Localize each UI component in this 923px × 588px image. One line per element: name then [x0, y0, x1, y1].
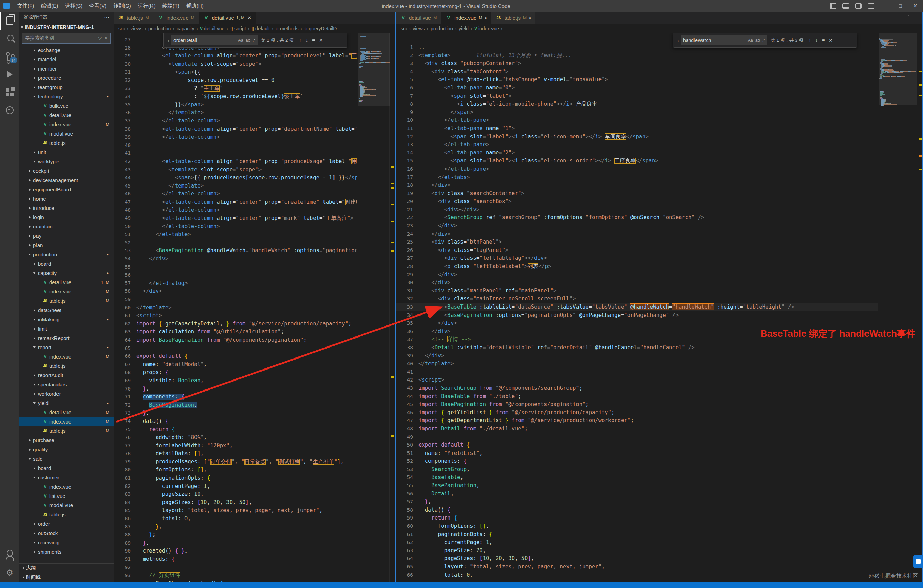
outline-section[interactable]: 大纲 — [19, 563, 113, 573]
tree-item-board[interactable]: board — [19, 259, 113, 268]
tab-detail.vue[interactable]: Vdetail.vueM — [396, 12, 441, 24]
tree-item-index.vue[interactable]: Vindex.vueM — [19, 287, 113, 296]
tree-item-index.vue[interactable]: Vindex.vue — [19, 482, 113, 491]
close-icon[interactable]: ✕ — [319, 38, 323, 43]
menu-item[interactable]: 文件(F) — [14, 0, 38, 12]
run-debug-icon[interactable] — [0, 66, 19, 83]
toggle-secondary-sidebar-icon[interactable] — [855, 3, 862, 8]
tree-item-procedure[interactable]: procedure — [19, 73, 113, 82]
regex-icon[interactable]: .* — [253, 38, 255, 43]
close-icon[interactable]: ✕ — [248, 15, 251, 20]
breadcrumb-item[interactable]: src — [401, 26, 407, 31]
match-case-icon[interactable]: Aa — [748, 38, 753, 43]
tree-item-board[interactable]: board — [19, 463, 113, 473]
filter-icon[interactable]: ▽ — [99, 36, 102, 41]
minimap[interactable] — [879, 33, 918, 582]
whole-word-icon[interactable]: ab — [246, 38, 250, 43]
menu-item[interactable]: 运行(R) — [135, 0, 159, 12]
tree-item-table.js[interactable]: JStable.jsM — [19, 426, 113, 435]
workspace-section-header[interactable]: INDUSTRY-INTERNET-MNG-1 — [19, 23, 113, 32]
tree-item-index.vue[interactable]: Vindex.vueM — [19, 352, 113, 361]
tree-item-sale[interactable]: sale — [19, 454, 113, 463]
prev-match-icon[interactable]: ↑ — [809, 38, 811, 43]
find-input[interactable]: handleWatch Aa ab .* — [681, 35, 767, 45]
source-control-icon[interactable]: 14 — [0, 48, 19, 66]
tree-item-inMaking[interactable]: inMaking● — [19, 315, 113, 324]
tab-table.js[interactable]: JStable.jsM● — [491, 12, 535, 24]
tree-item-table.js[interactable]: JStable.js — [19, 510, 113, 519]
tree-item-production[interactable]: production● — [19, 250, 113, 259]
minimize-button[interactable]: ─ — [877, 0, 893, 12]
toggle-sidebar-icon[interactable] — [830, 3, 836, 8]
breadcrumb-item[interactable]: production — [148, 26, 171, 31]
more-actions-icon[interactable]: ⋯ — [914, 15, 919, 21]
breadcrumb-item[interactable]: Vindex.vue — [475, 26, 499, 31]
minimap-slider[interactable] — [879, 33, 918, 105]
breadcrumb-item[interactable]: src — [118, 26, 125, 31]
find-in-selection-icon[interactable]: ≡ — [312, 38, 315, 43]
floating-widget[interactable] — [913, 555, 923, 568]
match-case-icon[interactable]: Aa — [238, 38, 243, 43]
tree-item-detail.vue[interactable]: Vdetail.vue1, M — [19, 278, 113, 287]
tree-item-spectaculars[interactable]: spectaculars — [19, 380, 113, 389]
breadcrumb-item[interactable]: ... — [505, 26, 509, 31]
minimap[interactable] — [358, 33, 389, 582]
customize-layout-icon[interactable] — [868, 3, 874, 8]
more-actions-icon[interactable]: ⋯ — [386, 15, 391, 21]
explorer-icon[interactable] — [0, 12, 19, 30]
tree-item-receiving[interactable]: receiving — [19, 538, 113, 547]
tab-index.vue[interactable]: Vindex.vueM● — [441, 12, 491, 24]
tree-item-limit[interactable]: limit — [19, 324, 113, 333]
tree-item-bulk.vue[interactable]: Vbulk.vue — [19, 101, 113, 110]
close-icon[interactable]: ✕ — [104, 36, 108, 41]
breadcrumb-item[interactable]: Vdetail.vue — [200, 26, 224, 31]
tree-item-quality[interactable]: quality — [19, 445, 113, 454]
tree-item-unit[interactable]: unit — [19, 148, 113, 157]
next-match-icon[interactable]: ↓ — [815, 38, 818, 43]
tree-item-cockpit[interactable]: cockpit — [19, 166, 113, 176]
tab-detail.vue[interactable]: Vdetail.vue1, M✕ — [199, 12, 256, 24]
expand-replace-icon[interactable]: › — [677, 38, 679, 43]
close-icon[interactable]: ✕ — [829, 38, 833, 43]
tree-item-customer[interactable]: customer — [19, 473, 113, 482]
extensions-icon[interactable] — [0, 83, 19, 101]
timeline-section[interactable]: 时间线 — [19, 573, 113, 582]
tree-item-shipments[interactable]: shipments — [19, 547, 113, 556]
tree-item-materiel[interactable]: materiel — [19, 55, 113, 64]
tab-index.vue[interactable]: Vindex.vueM — [153, 12, 199, 24]
menu-item[interactable]: 帮助(H) — [183, 0, 207, 12]
tab-table.js[interactable]: JStable.jsM — [113, 12, 153, 24]
editor-group-divider[interactable] — [395, 12, 396, 582]
breadcrumb-item[interactable]: capacity — [177, 26, 194, 31]
settings-gear-icon[interactable]: ⚙ — [0, 564, 19, 582]
tree-item-table.js[interactable]: JStable.js — [19, 138, 113, 148]
code-editor[interactable]: 1..2<template> liufulai, 13个月前 • feat:提.… — [396, 33, 923, 582]
maximize-button[interactable]: □ — [893, 0, 908, 12]
menu-item[interactable]: 转到(G) — [110, 0, 135, 12]
more-actions-icon[interactable]: ⋯ — [104, 14, 110, 21]
breadcrumb-item[interactable]: ◇queryDetailD... — [304, 26, 341, 31]
tree-item-plan[interactable]: plan — [19, 240, 113, 250]
find-in-selection-icon[interactable]: ≡ — [822, 38, 824, 43]
breadcrumb-item[interactable]: []default — [251, 26, 270, 31]
menu-item[interactable]: 选择(S) — [62, 0, 86, 12]
tree-item-table.js[interactable]: JStable.js — [19, 361, 113, 371]
tree-item-introduce[interactable]: introduce — [19, 203, 113, 213]
toggle-panel-icon[interactable] — [843, 3, 849, 8]
tree-item-modal.vue[interactable]: Vmodal.vue — [19, 501, 113, 510]
tree-item-member[interactable]: member — [19, 64, 113, 73]
tree-item-order[interactable]: order — [19, 519, 113, 529]
expand-replace-icon[interactable]: › — [168, 38, 169, 43]
minimap-slider[interactable] — [358, 33, 389, 106]
tree-item-detail.vue[interactable]: Vdetail.vueM — [19, 408, 113, 417]
tree-item-equipmentBoard[interactable]: equipmentBoard — [19, 185, 113, 194]
tree-item-teamgroup[interactable]: teamgroup — [19, 82, 113, 92]
tree-item-report[interactable]: report● — [19, 343, 113, 352]
tree-item-maintain[interactable]: maintain — [19, 222, 113, 231]
tree-item-capacity[interactable]: capacity● — [19, 268, 113, 278]
tree-item-yield[interactable]: yield● — [19, 398, 113, 408]
tree-item-home[interactable]: home — [19, 194, 113, 203]
menu-item[interactable]: 编辑(E) — [38, 0, 62, 12]
breadcrumb-item[interactable]: views — [413, 26, 425, 31]
remote-explorer-icon[interactable] — [0, 101, 19, 119]
